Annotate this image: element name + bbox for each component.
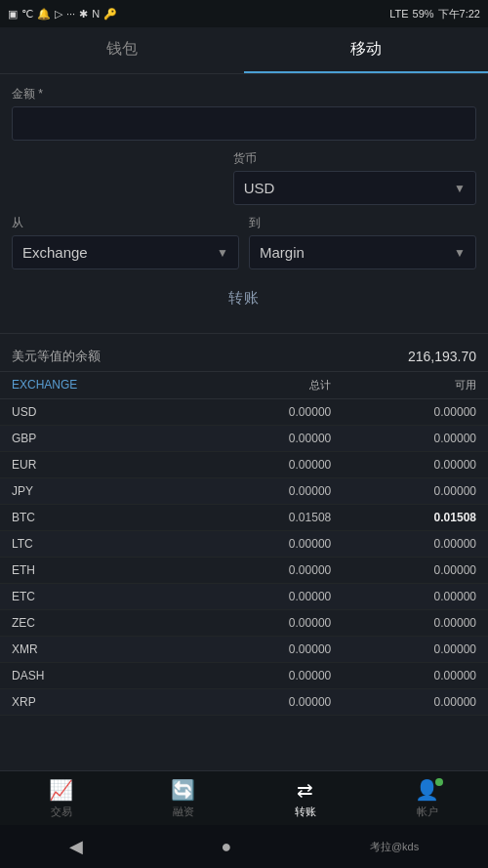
table-section-label: EXCHANGE <box>12 378 186 393</box>
currency-arrow-icon: ▼ <box>454 182 466 195</box>
status-left-icons: ▣ ℃ 🔔 ▷ ··· ✱ N 🔑 <box>8 8 117 21</box>
currency-label: 货币 <box>233 150 476 167</box>
row-currency-dash: DASH <box>12 669 186 682</box>
nav-item-account[interactable]: 👤 帐户 <box>366 778 488 819</box>
table-col-avail: 可用 <box>331 378 476 393</box>
tab-mobile[interactable]: 移动 <box>244 27 488 73</box>
amount-label: 金额 * <box>12 86 476 103</box>
table-row: USD 0.00000 0.00000 <box>0 399 488 426</box>
from-group: 从 Exchange ▼ <box>12 215 239 269</box>
play-icon: ▷ <box>55 8 62 21</box>
battery-label: 59% <box>413 8 434 20</box>
from-select[interactable]: Exchange ▼ <box>12 235 239 269</box>
row-total-gbp: 0.00000 <box>186 432 332 445</box>
row-avail-btc: 0.01508 <box>331 511 476 524</box>
nav-item-funding[interactable]: 🔄 融资 <box>122 778 244 819</box>
bell-icon: 🔔 <box>37 8 51 21</box>
table-row: ETH 0.00000 0.00000 <box>0 558 488 584</box>
key-icon: 🔑 <box>103 8 117 21</box>
row-total-eur: 0.00000 <box>186 458 332 472</box>
table-row: LTC 0.00000 0.00000 <box>0 531 488 558</box>
time-label: 下午7:22 <box>438 7 480 21</box>
from-label: 从 <box>12 215 239 231</box>
row-total-xmr: 0.00000 <box>186 642 332 656</box>
funding-icon: 🔄 <box>171 778 195 802</box>
row-total-btc: 0.01508 <box>186 511 332 524</box>
nav-item-transfer[interactable]: ⇄ 转账 <box>244 778 366 819</box>
amount-input[interactable] <box>12 106 476 141</box>
nav-label-funding: 融资 <box>173 805 194 819</box>
row-avail-ltc: 0.00000 <box>331 537 476 551</box>
row-total-zec: 0.00000 <box>186 616 332 630</box>
status-bar: ▣ ℃ 🔔 ▷ ··· ✱ N 🔑 LTE 59% 下午7:22 <box>0 0 488 27</box>
trade-icon: 📈 <box>49 778 73 802</box>
row-currency-jpy: JPY <box>12 484 186 498</box>
row-avail-jpy: 0.00000 <box>331 484 476 498</box>
row-currency-usd: USD <box>12 405 186 419</box>
tab-mobile-label: 移动 <box>350 39 382 60</box>
to-group: 到 Margin ▼ <box>249 215 476 269</box>
row-currency-ltc: LTC <box>12 537 186 551</box>
table-header: EXCHANGE 总计 可用 <box>0 372 488 399</box>
to-select[interactable]: Margin ▼ <box>249 235 476 269</box>
bluetooth-icon: ✱ <box>79 8 88 21</box>
row-total-xrp: 0.00000 <box>186 695 332 709</box>
account-icon: 👤 <box>415 778 439 802</box>
balance-value: 216,193.70 <box>408 349 476 364</box>
brand-label: 考拉@kds <box>370 840 419 854</box>
row-currency-xmr: XMR <box>12 642 186 656</box>
to-label: 到 <box>249 215 476 231</box>
table-row: ETC 0.00000 0.00000 <box>0 584 488 610</box>
table-row: XRP 0.00000 0.00000 <box>0 689 488 716</box>
currency-group: 货币 USD ▼ <box>233 150 476 205</box>
row-avail-etc: 0.00000 <box>331 590 476 603</box>
transfer-icon: ⇄ <box>297 778 313 802</box>
nfc-icon: N <box>92 8 100 20</box>
transfer-button[interactable]: 转账 <box>189 279 299 317</box>
table-row: BTC 0.01508 0.01508 <box>0 505 488 531</box>
row-total-ltc: 0.00000 <box>186 537 332 551</box>
row-avail-eth: 0.00000 <box>331 563 476 577</box>
nav-item-trade[interactable]: 📈 交易 <box>0 778 122 819</box>
table-col-total: 总计 <box>186 378 332 393</box>
row-total-jpy: 0.00000 <box>186 484 332 498</box>
row-total-etc: 0.00000 <box>186 590 332 603</box>
temp-icon: ℃ <box>21 8 33 21</box>
row-currency-xrp: XRP <box>12 695 186 709</box>
currency-value: USD <box>244 180 448 196</box>
row-avail-zec: 0.00000 <box>331 616 476 630</box>
tab-wallet[interactable]: 钱包 <box>0 27 244 73</box>
dots-icon: ··· <box>66 8 75 20</box>
row-avail-usd: 0.00000 <box>331 405 476 419</box>
status-right: LTE 59% 下午7:22 <box>389 7 480 21</box>
nav-label-account: 帐户 <box>417 805 438 819</box>
back-button[interactable]: ◀ <box>69 836 83 857</box>
bottom-nav: 📈 交易 🔄 融资 ⇄ 转账 👤 帐户 <box>0 770 488 825</box>
nav-label-trade: 交易 <box>51 805 72 819</box>
row-currency-zec: ZEC <box>12 616 186 630</box>
row-currency-gbp: GBP <box>12 432 186 445</box>
to-value: Margin <box>260 244 448 261</box>
row-currency-etc: ETC <box>12 590 186 603</box>
top-tab-bar: 钱包 移动 <box>0 27 488 74</box>
to-arrow-icon: ▼ <box>454 246 466 260</box>
row-avail-gbp: 0.00000 <box>331 432 476 445</box>
row-avail-eur: 0.00000 <box>331 458 476 472</box>
table-row: ZEC 0.00000 0.00000 <box>0 610 488 637</box>
online-dot <box>435 778 443 786</box>
android-nav-bar: ◀ ● 考拉@kds <box>0 825 488 868</box>
transfer-btn-row: 转账 <box>12 279 476 317</box>
home-button[interactable]: ● <box>221 837 231 857</box>
from-arrow-icon: ▼ <box>217 246 228 260</box>
currency-select[interactable]: USD ▼ <box>233 171 476 205</box>
from-to-row: 从 Exchange ▼ 到 Margin ▼ <box>12 215 476 269</box>
row-total-eth: 0.00000 <box>186 563 332 577</box>
row-total-dash: 0.00000 <box>186 669 332 682</box>
row-avail-xmr: 0.00000 <box>331 642 476 656</box>
row-avail-xrp: 0.00000 <box>331 695 476 709</box>
tab-wallet-label: 钱包 <box>106 39 138 60</box>
table-row: GBP 0.00000 0.00000 <box>0 426 488 452</box>
table-row: EUR 0.00000 0.00000 <box>0 452 488 478</box>
nav-label-transfer: 转账 <box>295 805 316 819</box>
form-area: 金额 * 货币 USD ▼ 从 Exchange ▼ 到 Margin ▼ <box>0 74 488 334</box>
